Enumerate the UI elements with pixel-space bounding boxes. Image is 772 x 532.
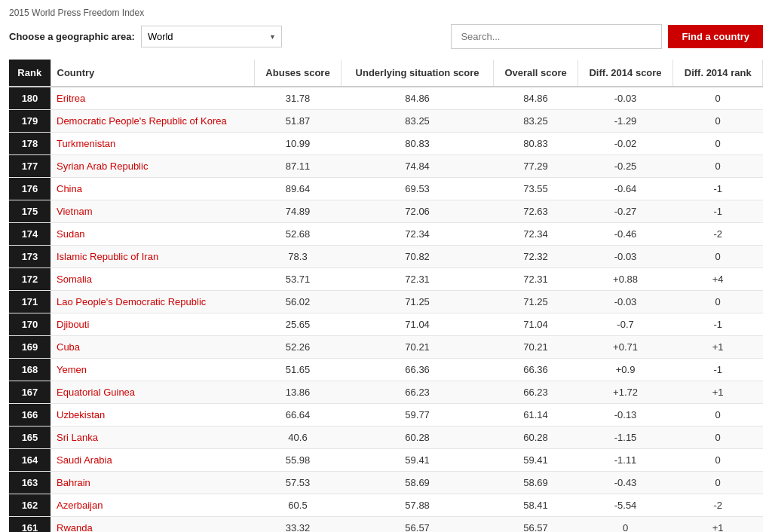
overall-cell: 80.83 [494, 133, 577, 155]
geo-select[interactable]: WorldEuropeAmericasAsia-PacificAfricaMid… [141, 26, 282, 47]
rank-cell: 169 [9, 336, 51, 359]
underlying-cell: 70.82 [341, 246, 494, 268]
table-row: 173Islamic Republic of Iran78.370.8272.3… [9, 246, 763, 268]
overall-cell: 72.31 [494, 268, 577, 291]
country-cell[interactable]: Azerbaijan [51, 494, 255, 517]
col-diff-rank: Diff. 2014 rank [673, 60, 763, 87]
overall-cell: 73.55 [494, 178, 577, 200]
overall-cell: 56.57 [494, 517, 577, 533]
country-cell[interactable]: Cuba [51, 336, 255, 359]
diff_score-cell: -0.03 [577, 246, 673, 268]
abuses-cell: 74.89 [255, 200, 342, 223]
abuses-cell: 53.71 [255, 268, 342, 291]
overall-cell: 77.29 [494, 155, 577, 178]
country-cell[interactable]: China [51, 178, 255, 200]
country-cell[interactable]: Democratic People's Republic of Korea [51, 110, 255, 133]
country-cell[interactable]: Lao People's Democratic Republic [51, 291, 255, 313]
underlying-cell: 60.28 [341, 427, 494, 449]
overall-cell: 59.41 [494, 449, 577, 472]
table-row: 177Syrian Arab Republic87.1174.8477.29-0… [9, 155, 763, 178]
abuses-cell: 31.78 [255, 87, 342, 110]
country-cell[interactable]: Bahrain [51, 472, 255, 494]
table-row: 176China89.6469.5373.55-0.64-1 [9, 178, 763, 200]
left-controls: Choose a geographic area: WorldEuropeAme… [9, 26, 282, 47]
table-row: 163Bahrain57.5358.6958.69-0.430 [9, 472, 763, 494]
overall-cell: 58.69 [494, 472, 577, 494]
overall-cell: 72.34 [494, 223, 577, 246]
table-row: 171Lao People's Democratic Republic56.02… [9, 291, 763, 313]
rankings-table: Rank Country Abuses score Underlying sit… [9, 60, 763, 532]
underlying-cell: 84.86 [341, 87, 494, 110]
diff_score-cell: +0.9 [577, 359, 673, 381]
abuses-cell: 87.11 [255, 155, 342, 178]
underlying-cell: 71.04 [341, 313, 494, 336]
page-wrapper: 2015 World Press Freedom Index Choose a … [0, 0, 772, 532]
col-rank: Rank [9, 60, 51, 87]
overall-cell: 66.23 [494, 381, 577, 404]
rank-cell: 175 [9, 200, 51, 223]
rank-cell: 173 [9, 246, 51, 268]
country-cell[interactable]: Yemen [51, 359, 255, 381]
overall-cell: 60.28 [494, 427, 577, 449]
country-cell[interactable]: Vietnam [51, 200, 255, 223]
controls-row: Choose a geographic area: WorldEuropeAme… [9, 24, 763, 49]
col-diff-score: Diff. 2014 score [577, 60, 673, 87]
underlying-cell: 57.88 [341, 494, 494, 517]
abuses-cell: 55.98 [255, 449, 342, 472]
underlying-cell: 71.25 [341, 291, 494, 313]
table-row: 162Azerbaijan60.557.8858.41-5.54-2 [9, 494, 763, 517]
search-input[interactable] [451, 24, 662, 49]
diff_rank-cell: -1 [673, 200, 763, 223]
diff_score-cell: -1.29 [577, 110, 673, 133]
abuses-cell: 51.87 [255, 110, 342, 133]
underlying-cell: 56.57 [341, 517, 494, 533]
abuses-cell: 57.53 [255, 472, 342, 494]
diff_score-cell: +1.72 [577, 381, 673, 404]
country-cell[interactable]: Saudi Arabia [51, 449, 255, 472]
diff_score-cell: +0.71 [577, 336, 673, 359]
rank-cell: 163 [9, 472, 51, 494]
table-row: 165Sri Lanka40.660.2860.28-1.150 [9, 427, 763, 449]
abuses-cell: 10.99 [255, 133, 342, 155]
underlying-cell: 83.25 [341, 110, 494, 133]
country-cell[interactable]: Eritrea [51, 87, 255, 110]
table-row: 167Equatorial Guinea13.8666.2366.23+1.72… [9, 381, 763, 404]
abuses-cell: 78.3 [255, 246, 342, 268]
diff_rank-cell: 0 [673, 110, 763, 133]
abuses-cell: 33.32 [255, 517, 342, 533]
country-cell[interactable]: Sudan [51, 223, 255, 246]
country-cell[interactable]: Equatorial Guinea [51, 381, 255, 404]
diff_rank-cell: -2 [673, 494, 763, 517]
rank-cell: 168 [9, 359, 51, 381]
overall-cell: 72.63 [494, 200, 577, 223]
underlying-cell: 74.84 [341, 155, 494, 178]
table-row: 174Sudan52.6872.3472.34-0.46-2 [9, 223, 763, 246]
rank-cell: 177 [9, 155, 51, 178]
find-country-button[interactable]: Find a country [668, 25, 763, 48]
diff_rank-cell: 0 [673, 133, 763, 155]
diff_score-cell: -0.02 [577, 133, 673, 155]
abuses-cell: 52.68 [255, 223, 342, 246]
country-cell[interactable]: Rwanda [51, 517, 255, 533]
country-cell[interactable]: Somalia [51, 268, 255, 291]
country-cell[interactable]: Islamic Republic of Iran [51, 246, 255, 268]
diff_score-cell: -0.03 [577, 291, 673, 313]
country-cell[interactable]: Uzbekistan [51, 404, 255, 427]
col-underlying: Underlying situation score [341, 60, 494, 87]
abuses-cell: 60.5 [255, 494, 342, 517]
country-cell[interactable]: Syrian Arab Republic [51, 155, 255, 178]
col-overall: Overall score [494, 60, 577, 87]
abuses-cell: 89.64 [255, 178, 342, 200]
country-cell[interactable]: Sri Lanka [51, 427, 255, 449]
rank-cell: 170 [9, 313, 51, 336]
rank-cell: 164 [9, 449, 51, 472]
table-row: 179Democratic People's Republic of Korea… [9, 110, 763, 133]
country-cell[interactable]: Turkmenistan [51, 133, 255, 155]
diff_rank-cell: 0 [673, 246, 763, 268]
diff_rank-cell: 0 [673, 404, 763, 427]
diff_rank-cell: +1 [673, 517, 763, 533]
abuses-cell: 40.6 [255, 427, 342, 449]
country-cell[interactable]: Djibouti [51, 313, 255, 336]
table-row: 178Turkmenistan10.9980.8380.83-0.020 [9, 133, 763, 155]
underlying-cell: 59.41 [341, 449, 494, 472]
